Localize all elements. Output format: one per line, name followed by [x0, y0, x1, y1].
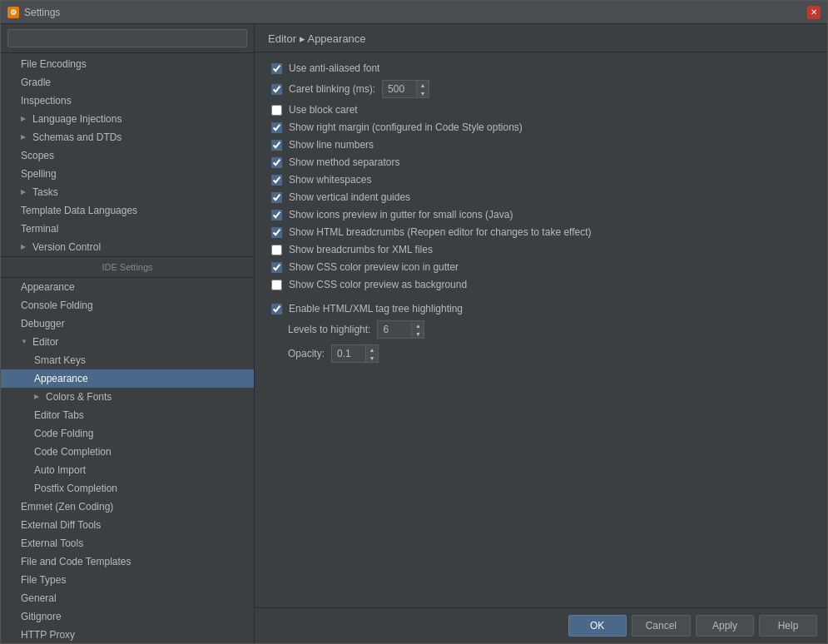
ide-settings-section: IDE Settings: [1, 256, 254, 278]
levels-highlight-spinner: ▲ ▼: [377, 320, 424, 339]
label-right-margin[interactable]: Show right margin (configured in Code St…: [289, 121, 523, 133]
opacity-spinner-up[interactable]: ▲: [366, 345, 378, 354]
sidebar-item-postfix-completion[interactable]: Postfix Completion: [1, 479, 254, 498]
item-label: HTTP Proxy: [21, 627, 75, 642]
opacity-spinner-down[interactable]: ▼: [366, 354, 378, 362]
sidebar-item-code-completion[interactable]: Code Completion: [1, 443, 254, 461]
sidebar-item-schemas-dtds[interactable]: ▶ Schemas and DTDs: [1, 128, 254, 146]
search-input[interactable]: [7, 29, 247, 47]
label-caret-blinking[interactable]: Caret blinking (ms):: [289, 83, 375, 95]
item-label: File Types: [21, 572, 66, 587]
label-tag-highlighting[interactable]: Enable HTML/XML tag tree highlighting: [289, 303, 463, 315]
sidebar-item-colors-fonts[interactable]: ▶ Colors & Fonts: [1, 388, 254, 406]
label-html-breadcrumbs[interactable]: Show HTML breadcrumbs (Reopen editor for…: [289, 226, 592, 238]
sidebar-item-emmet[interactable]: Emmet (Zen Coding): [1, 498, 254, 516]
row-xml-breadcrumbs: Show breadcrumbs for XML files: [271, 244, 811, 255]
sidebar-item-gitignore[interactable]: Gitignore: [1, 607, 254, 626]
label-css-color-icon[interactable]: Show CSS color preview icon in gutter: [289, 261, 459, 273]
label-xml-breadcrumbs[interactable]: Show breadcrumbs for XML files: [289, 244, 433, 255]
checkbox-whitespaces[interactable]: [271, 175, 282, 186]
sidebar-item-spelling[interactable]: Spelling: [1, 165, 254, 183]
settings-window: ⚙ Settings ✕ File Encodings Gradle Inspe…: [0, 0, 828, 644]
checkbox-line-numbers[interactable]: [271, 140, 282, 151]
checkbox-method-separators[interactable]: [271, 157, 282, 168]
sidebar-item-editor-tabs[interactable]: Editor Tabs: [1, 406, 254, 424]
sidebar-item-file-code-templates[interactable]: File and Code Templates: [1, 552, 254, 571]
sidebar-item-console-folding[interactable]: Console Folding: [1, 296, 254, 315]
levels-spinner-down[interactable]: ▼: [412, 329, 424, 338]
levels-highlight-input[interactable]: [378, 322, 411, 337]
checkbox-html-breadcrumbs[interactable]: [271, 227, 282, 238]
levels-spinner-up[interactable]: ▲: [412, 321, 424, 329]
label-icons-preview[interactable]: Show icons preview in gutter for small i…: [289, 209, 513, 220]
sidebar-item-external-tools[interactable]: External Tools: [1, 534, 254, 552]
sidebar-item-general[interactable]: General: [1, 589, 254, 607]
label-anti-aliased[interactable]: Use anti-aliased font: [289, 62, 379, 74]
sidebar-item-http-proxy[interactable]: HTTP Proxy: [1, 626, 254, 643]
opacity-input[interactable]: [332, 346, 365, 361]
label-method-separators[interactable]: Show method separators: [289, 156, 399, 168]
cancel-button[interactable]: Cancel: [632, 615, 691, 637]
sidebar-item-gradle[interactable]: Gradle: [1, 73, 254, 92]
label-opacity: Opacity:: [288, 348, 325, 359]
close-button[interactable]: ✕: [807, 6, 821, 19]
checkbox-caret-blinking[interactable]: [271, 84, 282, 95]
row-whitespaces: Show whitespaces: [271, 174, 811, 186]
help-button[interactable]: Help: [759, 615, 817, 637]
sidebar-item-scopes[interactable]: Scopes: [1, 146, 254, 165]
label-block-caret[interactable]: Use block caret: [289, 104, 358, 116]
checkbox-anti-aliased[interactable]: [271, 63, 282, 74]
sidebar-item-terminal[interactable]: Terminal: [1, 220, 254, 238]
ok-button[interactable]: OK: [568, 615, 627, 637]
section-divider: [271, 296, 811, 303]
item-label: Debugger: [21, 316, 65, 331]
item-label: Inspections: [21, 93, 72, 108]
checkbox-css-color-bg[interactable]: [271, 280, 282, 290]
expand-arrow: ▶: [21, 185, 29, 200]
bottom-bar: OK Cancel Apply Help: [255, 607, 827, 643]
sidebar-item-version-control[interactable]: ▶ Version Control: [1, 238, 254, 256]
spinner-up-button[interactable]: ▲: [417, 81, 429, 89]
checkbox-icons-preview[interactable]: [271, 210, 282, 220]
sidebar-item-external-diff-tools[interactable]: External Diff Tools: [1, 516, 254, 534]
expand-arrow: ▶: [21, 111, 29, 126]
title-bar-left: ⚙ Settings: [7, 7, 60, 18]
caret-blinking-input[interactable]: [383, 82, 416, 97]
label-line-numbers[interactable]: Show line numbers: [289, 139, 374, 151]
sidebar-item-file-encodings[interactable]: File Encodings: [1, 55, 254, 73]
row-css-color-icon: Show CSS color preview icon in gutter: [271, 261, 811, 273]
sidebar-item-template-data-languages[interactable]: Template Data Languages: [1, 201, 254, 220]
item-label: Emmet (Zen Coding): [21, 499, 113, 514]
checkbox-block-caret[interactable]: [271, 105, 282, 116]
sidebar-item-auto-import[interactable]: Auto Import: [1, 461, 254, 479]
sidebar-item-code-folding[interactable]: Code Folding: [1, 424, 254, 443]
row-caret-blinking: Caret blinking (ms): ▲ ▼: [271, 80, 811, 98]
sidebar-item-language-injections[interactable]: ▶ Language Injections: [1, 110, 254, 128]
item-label: Tasks: [32, 185, 58, 200]
sidebar-item-smart-keys[interactable]: Smart Keys: [1, 351, 254, 369]
label-whitespaces[interactable]: Show whitespaces: [289, 174, 371, 186]
apply-button[interactable]: Apply: [696, 615, 754, 637]
checkbox-css-color-icon[interactable]: [271, 262, 282, 273]
sidebar-item-inspections[interactable]: Inspections: [1, 92, 254, 110]
sidebar-item-editor[interactable]: ▼ Editor: [1, 333, 254, 351]
checkbox-indent-guides[interactable]: [271, 192, 282, 203]
checkbox-tag-highlighting[interactable]: [271, 304, 282, 315]
sidebar-item-tasks[interactable]: ▶ Tasks: [1, 183, 254, 201]
checkbox-xml-breadcrumbs[interactable]: [271, 245, 282, 255]
window-title: Settings: [24, 7, 60, 18]
search-box: [1, 24, 254, 53]
checkbox-right-margin[interactable]: [271, 122, 282, 133]
label-indent-guides[interactable]: Show vertical indent guides: [289, 191, 410, 203]
sidebar-item-file-types[interactable]: File Types: [1, 571, 254, 589]
item-label: Postfix Completion: [34, 481, 117, 496]
expand-arrow: ▶: [21, 240, 29, 255]
sidebar-item-debugger[interactable]: Debugger: [1, 315, 254, 333]
tree: File Encodings Gradle Inspections ▶ Lang…: [1, 53, 254, 643]
spinner-down-button[interactable]: ▼: [417, 89, 429, 97]
sidebar-item-appearance-ide[interactable]: Appearance: [1, 278, 254, 296]
label-css-color-bg[interactable]: Show CSS color preview as background: [289, 279, 467, 290]
item-label: Terminal: [21, 221, 58, 236]
panel-content: Use anti-aliased font Caret blinking (ms…: [255, 52, 827, 607]
sidebar-item-appearance-editor[interactable]: Appearance: [1, 369, 254, 388]
